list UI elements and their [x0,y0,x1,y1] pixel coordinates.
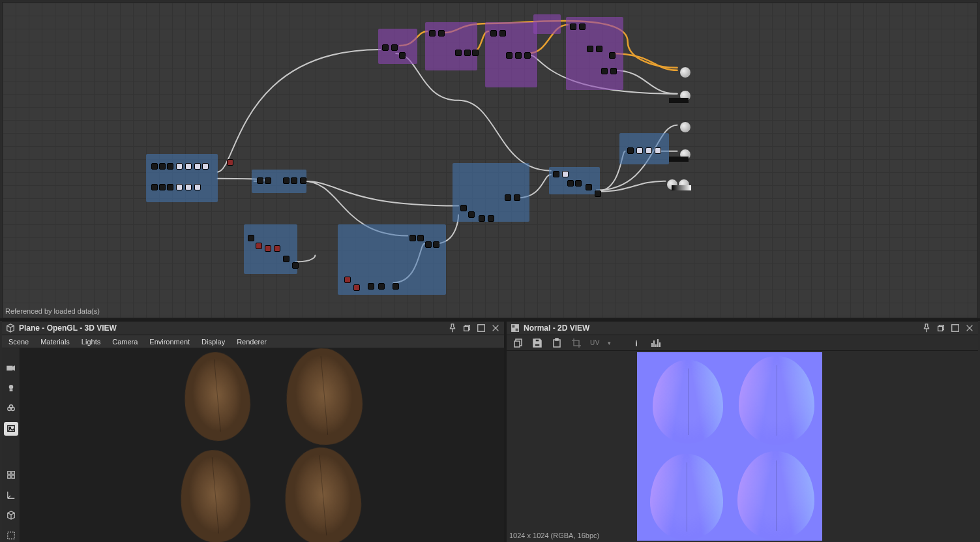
graph-node[interactable] [553,171,559,177]
menu-lights[interactable]: Lights [82,338,100,346]
graph-node[interactable] [515,52,522,59]
graph-node[interactable] [579,23,586,30]
viewport-2d[interactable]: 1024 x 1024 (RGBA, 16bpc) [507,351,978,542]
node-frame[interactable] [146,154,218,202]
menu-materials[interactable]: Materials [40,338,70,346]
graph-node[interactable] [391,44,398,51]
graph-node[interactable] [655,147,661,154]
image-mode-icon[interactable] [4,422,18,436]
graph-node[interactable] [185,163,192,170]
graph-node[interactable] [227,159,233,166]
graph-node[interactable] [274,245,280,252]
graph-node[interactable] [194,184,201,190]
grid-icon[interactable] [4,468,18,482]
graph-node[interactable] [562,171,569,177]
menu-display[interactable]: Display [201,338,225,346]
chevron-down-icon[interactable]: ▾ [608,340,611,346]
histogram-icon[interactable] [650,337,662,349]
node-frame[interactable] [533,14,561,34]
graph-node[interactable] [167,184,173,190]
graph-node[interactable] [257,177,263,184]
restore-icon[interactable] [462,324,471,333]
graph-node[interactable] [567,180,574,187]
output-node[interactable] [679,67,691,78]
axis-icon[interactable] [4,488,18,502]
bounds-icon[interactable] [4,528,18,542]
graph-node[interactable] [399,52,406,59]
menu-environment[interactable]: Environment [149,338,190,346]
menu-scene[interactable]: Scene [8,338,29,346]
graph-node[interactable] [506,52,512,59]
graph-node[interactable] [185,184,192,190]
graph-node[interactable] [151,163,158,170]
graph-node[interactable] [265,245,271,252]
graph-node[interactable] [609,52,616,59]
graph-node[interactable] [587,46,593,52]
graph-node[interactable] [455,50,462,56]
graph-node[interactable] [202,163,209,170]
graph-node[interactable] [468,211,475,218]
graph-node[interactable] [176,184,183,190]
maximize-icon[interactable] [951,324,960,333]
graph-node[interactable] [425,241,432,248]
graph-node[interactable] [524,52,531,59]
graph-node[interactable] [460,205,467,211]
graph-node[interactable] [488,215,494,222]
graph-node[interactable] [283,177,290,184]
camera-mode-icon[interactable] [4,361,18,375]
maximize-icon[interactable] [477,324,486,333]
info-icon[interactable] [631,337,642,349]
graph-node[interactable] [433,241,439,248]
graph-node[interactable] [194,163,201,170]
graph-node[interactable] [570,23,576,30]
paste-icon[interactable] [551,337,563,349]
light-mode-icon[interactable] [4,382,18,395]
viewport-3d[interactable] [20,348,504,542]
graph-node[interactable] [159,163,166,170]
graph-node[interactable] [464,50,471,56]
graph-node[interactable] [627,147,634,154]
graph-node[interactable] [409,235,416,241]
graph-node[interactable] [382,44,389,51]
close-icon[interactable] [491,324,500,333]
graph-node[interactable] [151,184,158,190]
graph-node[interactable] [636,147,643,154]
graph-node[interactable] [499,30,506,37]
graph-node[interactable] [353,284,360,291]
menu-camera[interactable]: Camera [112,338,138,346]
pin-icon[interactable] [922,324,931,333]
graph-node[interactable] [378,283,385,290]
graph-node[interactable] [596,46,602,52]
pin-icon[interactable] [448,324,457,333]
graph-node[interactable] [601,68,608,74]
graph-node[interactable] [514,194,520,201]
graph-node[interactable] [479,215,485,222]
graph-node[interactable] [393,283,399,290]
restore-icon[interactable] [936,324,945,333]
graph-node[interactable] [368,283,374,290]
graph-node[interactable] [344,277,351,283]
graph-node[interactable] [283,256,290,262]
graph-node[interactable] [438,30,445,37]
close-icon[interactable] [965,324,974,333]
graph-node[interactable] [646,147,652,154]
graph-node[interactable] [575,180,582,187]
graph-node[interactable] [300,177,306,184]
graph-node[interactable] [610,68,617,74]
graph-node[interactable] [248,235,254,241]
save-icon[interactable] [531,337,543,349]
menu-renderer[interactable]: Renderer [237,338,267,346]
graph-node[interactable] [256,243,262,249]
graph-node[interactable] [159,184,166,190]
graph-node[interactable] [292,262,299,269]
graph-node[interactable] [265,177,271,184]
material-mode-icon[interactable] [4,402,18,415]
graph-node[interactable] [586,184,592,190]
graph-node[interactable] [429,30,436,37]
wireframe-cube-icon[interactable] [4,508,18,522]
graph-node[interactable] [291,177,297,184]
graph-node[interactable] [176,163,183,170]
graph-node[interactable] [595,190,601,197]
graph-node[interactable] [167,163,173,170]
graph-node[interactable] [472,50,479,56]
